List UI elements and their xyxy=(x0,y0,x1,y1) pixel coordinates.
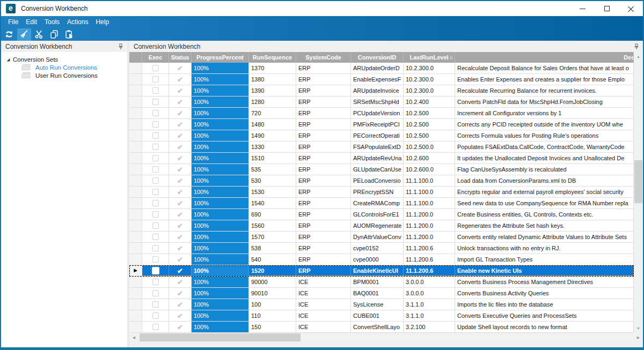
table-row[interactable]: ✔100%1540ERPCreateRMAComp11.1.100.0Seed … xyxy=(129,198,634,209)
horizontal-scroll-track[interactable] xyxy=(138,333,634,342)
table-row[interactable]: ✔100%1570ERPDynAttrValueConv11.1.200.0Co… xyxy=(129,232,634,243)
scroll-right-button[interactable]: ▶ xyxy=(634,333,643,342)
table-row[interactable]: ✔100%535ERPGLUpdateCanUse10.2.600.0Flag … xyxy=(129,164,634,175)
exec-checkbox[interactable] xyxy=(152,65,159,71)
cut-button[interactable] xyxy=(32,28,46,41)
exec-checkbox[interactable] xyxy=(152,211,159,218)
column-header-status[interactable]: Status xyxy=(169,52,192,63)
tree-node-auto-run-conversions[interactable]: Auto Run Conversions xyxy=(1,63,127,71)
exec-checkbox[interactable] xyxy=(152,189,159,195)
menu-tools[interactable]: Tools xyxy=(41,16,63,28)
column-header-exec[interactable]: Exec xyxy=(142,52,169,63)
row-marker-cell xyxy=(129,288,142,299)
table-row[interactable]: ✔100%690ERPGLControlsForE111.1.200.0Crea… xyxy=(129,209,634,220)
table-row[interactable]: ✔100%1480ERPPMFixReceiptPCI10.2.500Corre… xyxy=(129,119,634,130)
table-row[interactable]: ✔100%1390ERPARUpdateInvoice10.2.300.0Rec… xyxy=(129,85,634,96)
scroll-up-button[interactable]: ▲ xyxy=(634,52,643,61)
menu-help[interactable]: Help xyxy=(92,16,113,28)
exec-checkbox[interactable] xyxy=(152,324,159,330)
tree-node-conversion-sets[interactable]: Conversion Sets xyxy=(1,55,127,63)
exec-checkbox[interactable] xyxy=(152,144,159,150)
exec-checkbox[interactable] xyxy=(152,256,159,263)
table-row[interactable]: ✔100%530ERPPELoadConversio11.1.100.0Load… xyxy=(129,175,634,187)
table-row[interactable]: ▶✔100%1520ERPEnableKineticUI11.1.200.6En… xyxy=(129,265,634,277)
close-button[interactable] xyxy=(619,1,643,16)
paste-button[interactable] xyxy=(62,28,76,41)
lastrunlevel-cell: 10.2.500.0 xyxy=(404,142,455,152)
minimize-button[interactable] xyxy=(570,1,595,16)
table-row[interactable]: ✔100%1510ERPARUpdateRevUna10.2.600It upd… xyxy=(129,153,634,164)
exec-cell xyxy=(142,130,169,141)
exec-checkbox[interactable] xyxy=(152,279,159,285)
column-header-conversionid[interactable]: ConversionID xyxy=(351,52,404,63)
status-cell: ✔ xyxy=(169,119,192,130)
exec-checkbox[interactable] xyxy=(152,177,159,184)
table-row[interactable]: ✔100%1490ERPPECorrectOperati10.2.500Corr… xyxy=(129,130,634,142)
exec-checkbox[interactable] xyxy=(152,301,159,308)
exec-checkbox[interactable] xyxy=(152,312,159,319)
table-row[interactable]: ✔100%110ICECUBE0013.1.1.0Converts Execut… xyxy=(129,310,634,322)
status-cell: ✔ xyxy=(169,265,192,276)
exec-checkbox[interactable] xyxy=(152,132,159,139)
vertical-scroll-track[interactable] xyxy=(634,61,643,324)
table-row[interactable]: ✔100%1370ERPARUpdateOrderD10.2.300.0Reca… xyxy=(129,63,634,74)
status-checkmark-icon: ✔ xyxy=(177,189,183,196)
refresh-button[interactable] xyxy=(2,28,16,41)
lastrunlevel-cell: 10.2.500 xyxy=(404,108,455,118)
table-row[interactable]: ✔100%100ICESysLicense3.1.1.0Imports the … xyxy=(129,299,634,310)
exec-checkbox[interactable] xyxy=(152,166,159,173)
exec-checkbox[interactable] xyxy=(152,121,159,128)
copy-button[interactable] xyxy=(47,28,61,41)
exec-checkbox[interactable] xyxy=(152,155,159,161)
systemcode-cell: ERP xyxy=(296,142,351,152)
table-row[interactable]: ✔100%150ICEConvertShellLayo3.2.100Update… xyxy=(129,322,634,333)
table-row[interactable]: ✔100%90010ICEBAQ00013.0.0.0Converts Busi… xyxy=(129,288,634,299)
table-row[interactable]: ✔100%1560ERPAUOMRegenerate11.1.200.0Rege… xyxy=(129,220,634,232)
exec-checkbox[interactable] xyxy=(152,290,159,296)
table-row[interactable]: ✔100%1330ERPFSAPopulateExtD10.2.500.0Pop… xyxy=(129,142,634,153)
scroll-left-button[interactable]: ◀ xyxy=(129,333,138,342)
exec-checkbox[interactable] xyxy=(152,110,159,116)
status-checkmark-icon: ✔ xyxy=(177,256,183,263)
tree-node-user-run-conversions[interactable]: User Run Conversions xyxy=(1,71,127,79)
table-row[interactable]: ✔100%720ERPPCUpdateVersion10.2.500Increm… xyxy=(129,108,634,119)
progress-bar: 100% xyxy=(192,299,248,310)
exec-checkbox[interactable] xyxy=(152,76,159,83)
row-marker-cell xyxy=(129,277,142,287)
exec-checkbox[interactable] xyxy=(152,222,159,229)
horizontal-scrollbar[interactable]: ◀ ▶ xyxy=(129,333,643,342)
exec-checkbox[interactable] xyxy=(152,99,159,105)
status-cell: ✔ xyxy=(169,243,192,254)
exec-checkbox[interactable] xyxy=(152,245,159,251)
table-row[interactable]: ✔100%540ERPcvpe000011.1.200.6Import GL T… xyxy=(129,254,634,265)
exec-checkbox[interactable] xyxy=(152,200,159,206)
column-header-systemcode[interactable]: SystemCode xyxy=(296,52,351,63)
clear-button[interactable] xyxy=(17,28,31,41)
lastrunlevel-cell: 3.0.0.0 xyxy=(404,288,455,299)
horizontal-scroll-thumb[interactable] xyxy=(140,333,301,341)
maximize-icon xyxy=(604,6,610,11)
vertical-scroll-thumb[interactable] xyxy=(634,160,642,203)
column-header-lastrunlevel[interactable]: LastRunLevel △ xyxy=(404,52,455,63)
column-header-progresspercent[interactable]: ProgressPercent xyxy=(192,52,249,63)
tree-expand-icon[interactable] xyxy=(5,57,11,62)
table-row[interactable]: ✔100%538ERPcvpe015211.1.200.6Unlock tran… xyxy=(129,243,634,254)
exec-checkbox[interactable] xyxy=(152,267,159,274)
scroll-down-button[interactable]: ▼ xyxy=(634,324,643,333)
exec-checkbox[interactable] xyxy=(152,234,159,240)
maximize-button[interactable] xyxy=(595,1,619,16)
menu-edit[interactable]: Edit xyxy=(22,16,41,28)
pin-icon[interactable] xyxy=(633,43,640,50)
table-row[interactable]: ✔100%1530ERPPREncryptSSN11.1.100.0Encryp… xyxy=(129,187,634,198)
column-header-description[interactable]: Description xyxy=(455,52,634,63)
lastrunlevel-cell: 3.2.100 xyxy=(404,322,455,332)
table-row[interactable]: ✔100%90000ICEBPM00013.0.0.0Converts Busi… xyxy=(129,277,634,288)
menu-actions[interactable]: Actions xyxy=(63,16,92,28)
table-row[interactable]: ✔100%1280ERPSRSetMscShpHd10.2.400Convert… xyxy=(129,96,634,108)
column-header-runsequence[interactable]: RunSequence xyxy=(249,52,296,63)
exec-checkbox[interactable] xyxy=(152,87,159,94)
table-row[interactable]: ✔100%1380ERPEnableExpensesF10.2.300.0Ena… xyxy=(129,74,634,85)
menu-file[interactable]: File xyxy=(4,16,22,28)
pin-icon[interactable] xyxy=(118,43,124,50)
vertical-scrollbar[interactable]: ▲ ▼ xyxy=(634,52,643,333)
